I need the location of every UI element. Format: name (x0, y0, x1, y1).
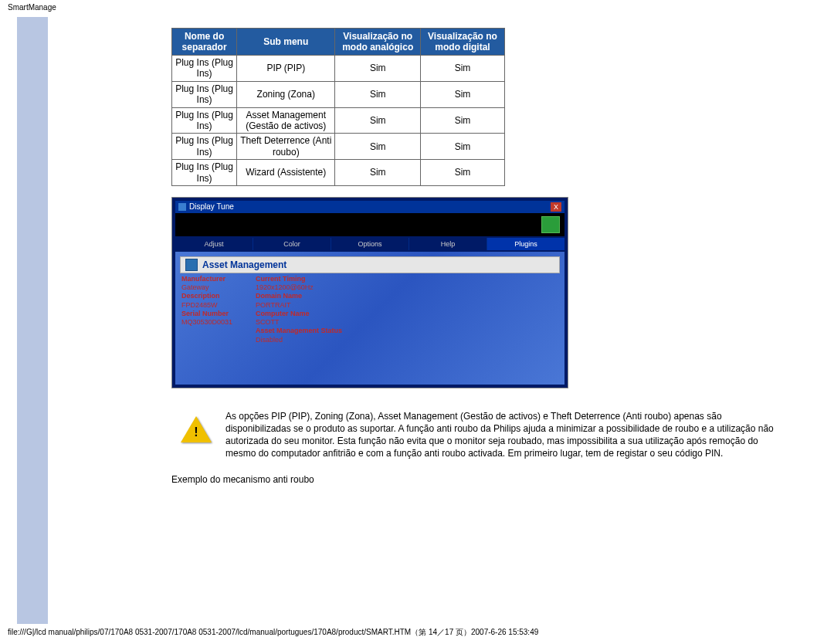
table-cell: Theft Deterrence (Anti roubo) (237, 134, 335, 160)
field-label: Current Timing (256, 275, 305, 283)
tab-adjust[interactable]: Adjust (175, 238, 253, 250)
toolbar (175, 213, 564, 236)
field-label: Domain Name (256, 292, 302, 300)
tab-strip: Adjust Color Options Help Plugins (175, 238, 564, 250)
panel-left-col: Manufacturer Gateway Description FPD2485… (181, 275, 232, 344)
table-cell: Sim (420, 160, 504, 186)
footer-path: file:///G|/lcd manual/philips/07/170A8 0… (8, 627, 538, 638)
warning-text: As opções PIP (PIP), Zoning (Zona), Asse… (225, 410, 781, 460)
field-label: Computer Name (256, 310, 310, 317)
table-cell: Zoning (Zona) (237, 81, 335, 107)
tab-color[interactable]: Color (253, 238, 331, 250)
table-header: Sub menu (237, 29, 335, 56)
field-value: SCOTT (256, 318, 280, 326)
panel-right-col: Current Timing 1920x1200@60Hz Domain Nam… (256, 275, 342, 344)
field-value: 1920x1200@60Hz (256, 283, 314, 291)
screenshot-panel: Display Tune X Adjust Color Options Help… (171, 197, 568, 388)
panel-columns: Manufacturer Gateway Description FPD2485… (181, 275, 558, 344)
tab-plugins[interactable]: Plugins (487, 238, 564, 250)
warning-icon: ! (181, 415, 212, 446)
field-value: MQ30530D0031 (181, 318, 232, 326)
table-header: Visualização no modo analógico (335, 29, 421, 56)
table-cell: Wizard (Assistente) (237, 160, 335, 186)
warning-block: ! As opções PIP (PIP), Zoning (Zona), As… (171, 410, 781, 460)
table-cell: Plug Ins (Plug Ins) (172, 107, 237, 134)
screenshot: Display Tune X Adjust Color Options Help… (171, 197, 568, 388)
asset-panel: Asset Management Manufacturer Gateway De… (175, 252, 564, 385)
window-titlebar: Display Tune X (175, 201, 564, 213)
table-row: Plug Ins (Plug Ins) Asset Management (Ge… (172, 107, 505, 134)
table-cell: Plug Ins (Plug Ins) (172, 81, 237, 107)
window-title: Display Tune (189, 202, 234, 211)
field-label: Description (181, 292, 220, 300)
field-label: Serial Number (181, 310, 229, 317)
table-cell: Sim (420, 107, 504, 134)
example-heading: Exemplo do mecanismo anti roubo (171, 474, 805, 485)
close-button[interactable]: X (551, 202, 561, 212)
table-header-row: Nome do separador Sub menu Visualização … (172, 29, 505, 56)
table-cell: Plug Ins (Plug Ins) (172, 56, 237, 82)
content-area: Nome do separador Sub menu Visualização … (48, 17, 817, 624)
table-row: Plug Ins (Plug Ins) Wizard (Assistente) … (172, 160, 505, 186)
table-cell: Sim (335, 81, 421, 107)
table-cell: Plug Ins (Plug Ins) (172, 160, 237, 186)
feature-table: Nome do separador Sub menu Visualização … (171, 28, 505, 186)
asset-icon (185, 259, 198, 271)
table-cell: Sim (335, 160, 421, 186)
field-label: Manufacturer (181, 275, 225, 283)
monitor-icon (541, 216, 560, 233)
table-cell: Sim (335, 134, 421, 160)
table-header: Visualização no modo digital (420, 29, 504, 56)
table-cell: Sim (420, 56, 504, 82)
table-row: Plug Ins (Plug Ins) Theft Deterrence (An… (172, 134, 505, 160)
panel-title-bar: Asset Management (180, 256, 560, 273)
field-value: PORTRAIT (256, 301, 290, 309)
table-cell: Sim (420, 81, 504, 107)
table-cell: Asset Management (Gestão de activos) (237, 107, 335, 134)
table-cell: Plug Ins (Plug Ins) (172, 134, 237, 160)
page-frame: Nome do separador Sub menu Visualização … (17, 17, 817, 624)
table-row: Plug Ins (Plug Ins) Zoning (Zona) Sim Si… (172, 81, 505, 107)
table-header: Nome do separador (172, 29, 237, 56)
field-label: Asset Management Status (256, 327, 342, 334)
left-nav-strip (17, 17, 48, 624)
page-header-title: SmartManage (8, 3, 56, 12)
tab-options[interactable]: Options (331, 238, 409, 250)
table-cell: Sim (335, 107, 421, 134)
field-value: Gateway (181, 283, 209, 291)
field-value: Disabled (256, 336, 283, 344)
table-row: Plug Ins (Plug Ins) PIP (PIP) Sim Sim (172, 56, 505, 82)
table-cell: PIP (PIP) (237, 56, 335, 82)
tab-help[interactable]: Help (409, 238, 487, 250)
table-cell: Sim (420, 134, 504, 160)
window-icon (178, 203, 186, 211)
table-cell: Sim (335, 56, 421, 82)
field-value: FPD2485W (181, 301, 218, 309)
panel-title: Asset Management (202, 259, 286, 270)
